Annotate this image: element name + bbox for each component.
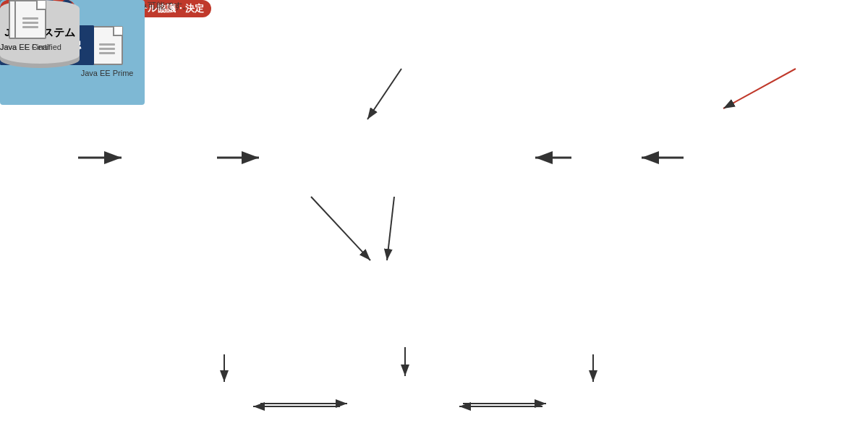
java-ee-prime-label: Java EE Prime bbox=[81, 68, 134, 78]
svg-line-7 bbox=[723, 69, 796, 108]
main-diagram: STEP２ ターゲットへの変換ルール協議・決定 様々な視点での変換ルールを組み込… bbox=[0, 0, 868, 439]
java-ee-certified-label: Java EE Certified bbox=[0, 42, 61, 52]
svg-line-8 bbox=[311, 197, 370, 260]
svg-line-4 bbox=[367, 69, 401, 119]
java-ee-certified-node: Java EE Certified bbox=[0, 0, 61, 52]
svg-line-9 bbox=[387, 197, 394, 260]
